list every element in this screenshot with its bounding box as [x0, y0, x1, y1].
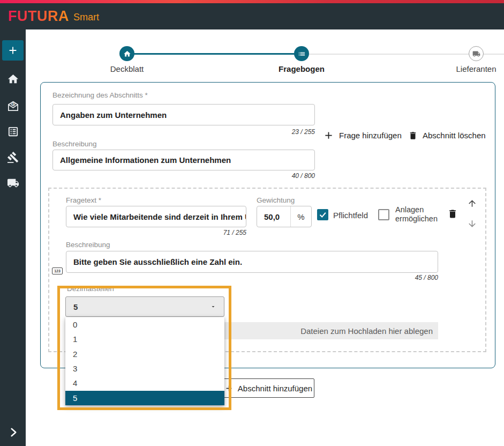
step-label-lieferanten[interactable]: Lieferanten	[447, 64, 504, 73]
sidebar-item-auctions[interactable]	[6, 151, 19, 163]
weight-unit: %	[290, 206, 311, 227]
step-label-fragebogen[interactable]: Fragebogen	[272, 64, 331, 73]
delete-question-button[interactable]	[447, 208, 458, 220]
delete-section-button[interactable]: Abschnitt löschen	[408, 129, 486, 142]
app-window: FUTURA Smart $ Deckblatt Frag	[0, 0, 504, 446]
decimals-label: Dezimalstellen	[67, 285, 114, 293]
check-icon	[319, 211, 327, 219]
attachments-label[interactable]: Anlagen ermöglichen	[395, 205, 445, 224]
dropdown-option-2[interactable]: 2	[65, 347, 224, 361]
add-question-label: Frage hinzufügen	[339, 131, 402, 140]
dropdown-option-3[interactable]: 3	[65, 361, 224, 376]
numeric-type-badge: 123	[52, 267, 63, 274]
sidebar-item-suppliers[interactable]	[6, 176, 19, 189]
question-text-value: Wie viele Mitarbeitende sind derzeit in …	[73, 212, 246, 221]
section-name-label: Bezeichnung des Abschnitts *	[52, 91, 148, 99]
section-name-input[interactable]: Angaben zum Unternehmen	[52, 104, 315, 125]
add-section-label: Abschnitt hinzufügen	[238, 384, 312, 393]
plus-icon	[7, 44, 19, 56]
plus-icon	[224, 384, 234, 393]
section-desc-input[interactable]: Allgemeine Informationen zum Unternehmen	[52, 150, 315, 170]
section-name-counter: 23 / 255	[213, 128, 315, 136]
truck-icon	[7, 177, 19, 189]
question-desc-label: Beschreibung	[66, 241, 110, 249]
move-question-down-button[interactable]	[466, 218, 478, 229]
delete-section-label: Abschnitt löschen	[423, 131, 486, 140]
question-text-input[interactable]: Wie viele Mitarbeitende sind derzeit in …	[66, 206, 246, 227]
arrow-down-icon	[467, 219, 477, 229]
home-icon	[7, 73, 19, 85]
plus-icon	[323, 130, 334, 141]
dropdown-option-0[interactable]: 0	[65, 317, 224, 332]
checklist-icon	[7, 125, 19, 138]
section-desc-value: Allgemeine Informationen zum Unternehmen	[60, 155, 231, 165]
step-node-fragebogen[interactable]	[294, 46, 309, 61]
chevron-right-icon	[7, 426, 19, 438]
decimals-select[interactable]: 5	[65, 296, 224, 317]
dropdown-option-1[interactable]: 1	[65, 332, 224, 346]
dropdown-option-4[interactable]: 4	[65, 376, 224, 390]
dropdown-arrow-icon	[210, 303, 216, 310]
required-label[interactable]: Pflichtfeld	[333, 211, 368, 220]
section-desc-label: Beschreibung	[52, 140, 97, 148]
question-desc-counter: 45 / 800	[348, 274, 438, 281]
decimals-dropdown-panel: 0 1 2 3 4 5	[65, 317, 224, 405]
sidebar-add-button[interactable]	[2, 40, 24, 61]
app-header: FUTURA Smart	[0, 3, 504, 29]
sidebar-item-questionnaire[interactable]	[6, 125, 19, 138]
step-node-lieferanten[interactable]	[469, 46, 484, 61]
brand-suffix: Smart	[73, 12, 99, 23]
trash-icon	[408, 131, 418, 140]
home-icon	[123, 50, 131, 58]
brand-logo: FUTURA	[8, 8, 69, 25]
move-question-up-button[interactable]	[466, 197, 478, 209]
question-text-counter: 71 / 255	[161, 229, 246, 236]
step-label-deckblatt[interactable]: Deckblatt	[97, 64, 156, 73]
price-inquiry-icon: $	[7, 100, 19, 112]
list-icon	[298, 50, 306, 58]
question-desc-value: Bitte geben Sie ausschließlich eine Zahl…	[73, 257, 242, 266]
dropdown-option-5-selected[interactable]: 5	[65, 391, 224, 405]
sidebar-item-home[interactable]	[6, 72, 19, 85]
section-name-value: Angaben zum Unternehmen	[60, 110, 167, 120]
weight-value: 50,0	[257, 212, 290, 221]
upload-hint: Dateien zum Hochladen hier ablegen	[300, 326, 433, 336]
add-question-button[interactable]: Frage hinzufügen	[323, 129, 402, 142]
step-node-deckblatt[interactable]	[119, 46, 134, 61]
sidebar-item-price-inquiry[interactable]: $	[6, 99, 19, 112]
arrow-up-icon	[467, 198, 477, 209]
question-desc-input[interactable]: Bitte geben Sie ausschließlich eine Zahl…	[66, 251, 438, 273]
attachments-checkbox[interactable]	[378, 209, 389, 220]
truck-icon	[472, 50, 480, 58]
required-checkbox[interactable]	[317, 209, 328, 220]
gavel-icon	[7, 151, 19, 163]
weight-input[interactable]: 50,0 %	[257, 206, 312, 227]
trash-icon	[447, 209, 458, 219]
section-desc-counter: 40 / 800	[213, 172, 315, 180]
add-section-button[interactable]: Abschnitt hinzufügen	[222, 378, 314, 398]
question-text-label: Fragetext *	[66, 196, 101, 204]
sidebar	[0, 29, 26, 446]
weight-label: Gewichtung	[257, 196, 295, 204]
decimals-selected-value: 5	[73, 302, 78, 311]
stepper-connector-done	[127, 53, 302, 55]
sidebar-expand-button[interactable]	[6, 426, 19, 438]
svg-text:$: $	[12, 101, 14, 106]
